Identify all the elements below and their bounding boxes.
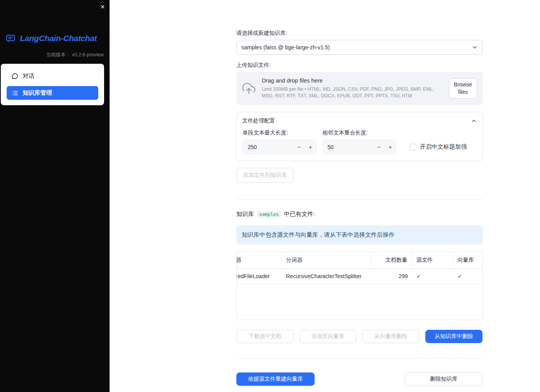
sidebar-item-label: 对话 [23,72,34,80]
max-length-value[interactable]: 250 [243,144,293,150]
row-actions: 下载选中文档 添加至向量库 从向量库删除 从知识库中删除 [236,330,483,343]
kb-select-label: 请选择或新建知识库: [236,30,483,37]
knowledge-base-icon [11,90,18,97]
column-header-splitter[interactable]: 分词器 [282,252,371,268]
add-files-button[interactable]: 添加文件到知识库 [236,168,293,183]
file-dropzone[interactable]: Drag and drop files here Limit 200MB per… [236,72,483,105]
chat-bubble-icon [11,73,18,80]
sidebar: × LangChain-Chatchat 当前版本： v0.2.6-previe… [0,0,110,392]
table-header-row: 器 分词器 文档数量 源文件 向量库 [237,252,482,269]
minus-button[interactable]: − [293,144,305,150]
logo-chat-icon [5,34,16,43]
existing-files-heading: 知识库 samples 中已有文件: [236,210,483,218]
dropzone-limits: Limit 200MB per file • HTML, MD, JSON, C… [262,86,443,99]
overlap-length-value[interactable]: 50 [323,144,373,150]
file-config-body: 单段文本最大长度: 250 − + 相邻文本重合长度: 50 − + [237,129,482,154]
title-enhance-checkbox[interactable] [410,144,416,150]
plus-button[interactable]: + [385,144,396,150]
chevron-up-icon [471,118,477,124]
max-length-stepper[interactable]: 250 − + [243,140,317,154]
divider [236,199,483,200]
browse-files-button[interactable]: Browse files [449,78,477,99]
title-enhance-label: 开启中文标题加强 [420,143,467,151]
title-enhance-group: 开启中文标题加强 [410,140,467,154]
max-length-group: 单段文本最大长度: 250 − + [243,129,317,154]
overlap-length-stepper[interactable]: 50 − + [322,140,396,154]
kb-select-value: samples (faiss @ bge-large-zh-v1.5) [241,44,330,50]
minus-button[interactable]: − [373,144,385,150]
cell-doc-count: 299 [371,269,412,284]
sidebar-menu: 对话 知识库管理 [1,64,104,105]
table-row[interactable]: redFileLoader RecursiveCharacterTextSpli… [237,269,482,284]
delete-kb-button[interactable]: 删除知识库 [405,372,483,386]
cell-loader: redFileLoader [237,269,282,284]
rebuild-vector-store-button[interactable]: 依据源文件重建向量库 [236,372,315,386]
file-config-header[interactable]: 文件处理配置 [237,112,482,129]
dropzone-text: Drag and drop files here Limit 200MB per… [262,77,443,99]
plus-button[interactable]: + [305,144,316,150]
max-length-label: 单段文本最大长度: [243,129,317,137]
column-header-source-file[interactable]: 源文件 [412,252,453,268]
file-config-title: 文件处理配置 [242,117,275,124]
column-header-vector-store[interactable]: 向量库 [453,252,482,268]
main-panel: 请选择或新建知识库: samples (faiss @ bge-large-zh… [110,0,540,392]
sidebar-item-label: 知识库管理 [23,89,52,97]
content-column: 请选择或新建知识库: samples (faiss @ bge-large-zh… [236,0,483,386]
kb-select[interactable]: samples (faiss @ bge-large-zh-v1.5) [236,40,483,55]
cell-source-file-check: ✓ [412,269,453,284]
overlap-length-label: 相邻文本重合长度: [322,129,396,137]
heading-suffix: 中已有文件: [284,210,315,218]
cell-vector-store-check: ✓ [453,269,482,284]
app-logo: LangChain-Chatchat [0,34,110,43]
kb-name-code: samples [257,211,281,218]
divider [236,358,483,359]
column-header-doc-count[interactable]: 文档数量 [371,252,412,268]
delete-from-vector-store-button[interactable]: 从向量库删除 [362,330,419,343]
app-title: LangChain-Chatchat [20,34,97,43]
add-to-vector-store-button[interactable]: 添加至向量库 [299,330,356,343]
info-banner: 知识库中包含源文件与向量库，请从下表中选择文件后操作 [236,225,483,245]
files-table[interactable]: 器 分词器 文档数量 源文件 向量库 redFileLoader Recursi… [236,252,483,320]
delete-from-kb-button[interactable]: 从知识库中删除 [425,330,482,343]
chevron-down-icon [472,44,478,50]
sidebar-item-knowledge-base[interactable]: 知识库管理 [7,86,98,100]
file-config-panel: 文件处理配置 单段文本最大长度: 250 − + 相邻文本重合长度: [236,112,483,161]
download-selected-button[interactable]: 下载选中文档 [236,330,293,343]
column-header-loader[interactable]: 器 [237,252,282,268]
upload-label: 上传知识文件: [236,62,483,69]
sidebar-close-button[interactable]: × [100,2,105,12]
sidebar-item-dialogue[interactable]: 对话 [7,69,98,83]
upload-cloud-icon [242,82,256,95]
overlap-length-group: 相邻文本重合长度: 50 − + [322,129,396,154]
dropzone-title: Drag and drop files here [262,77,443,84]
cell-splitter: RecursiveCharacterTextSplitter [282,269,371,284]
heading-prefix: 知识库 [236,210,254,218]
version-label: 当前版本： v0.2.6-preview [0,52,110,58]
bottom-actions: 依据源文件重建向量库 删除知识库 [236,372,483,386]
